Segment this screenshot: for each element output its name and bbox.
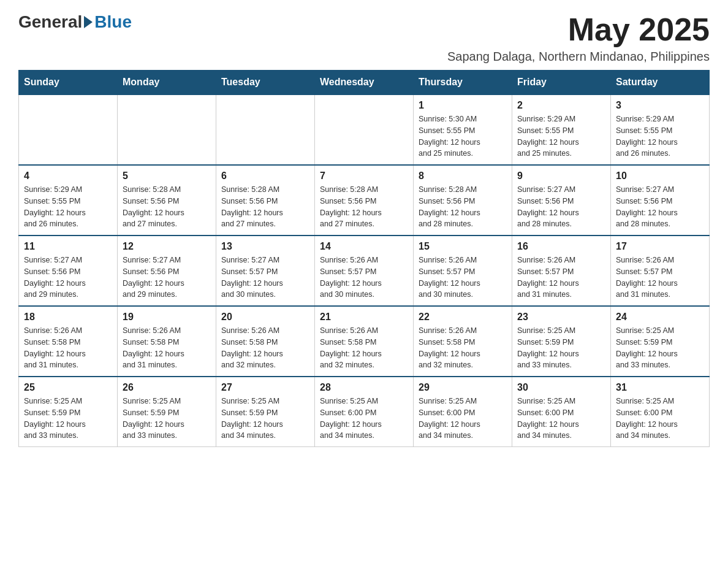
day-number: 15 [419, 241, 507, 252]
day-number: 17 [616, 241, 704, 252]
day-number: 7 [320, 170, 408, 182]
day-info: Sunrise: 5:28 AM Sunset: 5:56 PM Dayligh… [419, 184, 507, 230]
logo: General Blue [18, 12, 132, 32]
day-info: Sunrise: 5:25 AM Sunset: 6:00 PM Dayligh… [517, 396, 605, 442]
day-cell: 15Sunrise: 5:26 AM Sunset: 5:57 PM Dayli… [414, 236, 512, 306]
day-info: Sunrise: 5:25 AM Sunset: 6:00 PM Dayligh… [616, 396, 704, 442]
calendar-header: SundayMondayTuesdayWednesdayThursdayFrid… [19, 71, 710, 95]
day-info: Sunrise: 5:28 AM Sunset: 5:56 PM Dayligh… [320, 184, 408, 230]
day-cell: 1Sunrise: 5:30 AM Sunset: 5:55 PM Daylig… [414, 94, 512, 165]
day-info: Sunrise: 5:25 AM Sunset: 5:59 PM Dayligh… [123, 396, 211, 442]
weekday-header-wednesday: Wednesday [315, 71, 414, 95]
day-cell: 14Sunrise: 5:26 AM Sunset: 5:57 PM Dayli… [315, 236, 414, 306]
day-info: Sunrise: 5:29 AM Sunset: 5:55 PM Dayligh… [517, 113, 605, 159]
day-info: Sunrise: 5:26 AM Sunset: 5:58 PM Dayligh… [320, 325, 408, 371]
day-number: 16 [517, 241, 605, 252]
day-info: Sunrise: 5:25 AM Sunset: 5:59 PM Dayligh… [616, 325, 704, 371]
day-cell: 3Sunrise: 5:29 AM Sunset: 5:55 PM Daylig… [611, 94, 710, 165]
logo-general: General [18, 12, 82, 32]
day-cell: 17Sunrise: 5:26 AM Sunset: 5:57 PM Dayli… [611, 236, 710, 306]
day-number: 23 [517, 312, 605, 323]
month-title: May 2025 [447, 12, 710, 47]
day-cell: 7Sunrise: 5:28 AM Sunset: 5:56 PM Daylig… [315, 165, 414, 236]
day-info: Sunrise: 5:26 AM Sunset: 5:57 PM Dayligh… [517, 255, 605, 301]
day-info: Sunrise: 5:27 AM Sunset: 5:56 PM Dayligh… [616, 184, 704, 230]
day-cell: 30Sunrise: 5:25 AM Sunset: 6:00 PM Dayli… [512, 377, 611, 447]
weekday-header-friday: Friday [512, 71, 611, 95]
day-number: 8 [419, 170, 507, 182]
day-number: 5 [123, 170, 211, 182]
day-cell: 22Sunrise: 5:26 AM Sunset: 5:58 PM Dayli… [414, 306, 512, 377]
day-cell: 2Sunrise: 5:29 AM Sunset: 5:55 PM Daylig… [512, 94, 611, 165]
day-info: Sunrise: 5:26 AM Sunset: 5:58 PM Dayligh… [221, 325, 309, 371]
weekday-header-monday: Monday [118, 71, 216, 95]
day-info: Sunrise: 5:27 AM Sunset: 5:57 PM Dayligh… [221, 255, 309, 301]
day-number: 26 [123, 382, 211, 393]
day-cell: 12Sunrise: 5:27 AM Sunset: 5:56 PM Dayli… [118, 236, 216, 306]
day-info: Sunrise: 5:25 AM Sunset: 5:59 PM Dayligh… [24, 396, 112, 442]
day-number: 3 [616, 100, 704, 111]
day-number: 13 [221, 241, 309, 252]
day-number: 12 [123, 241, 211, 252]
day-cell: 20Sunrise: 5:26 AM Sunset: 5:58 PM Dayli… [216, 306, 315, 377]
day-cell: 24Sunrise: 5:25 AM Sunset: 5:59 PM Dayli… [611, 306, 710, 377]
day-cell: 18Sunrise: 5:26 AM Sunset: 5:58 PM Dayli… [19, 306, 118, 377]
day-number: 24 [616, 312, 704, 323]
day-number: 4 [24, 170, 112, 182]
day-info: Sunrise: 5:26 AM Sunset: 5:58 PM Dayligh… [24, 325, 112, 371]
day-number: 1 [419, 100, 507, 111]
week-row-4: 18Sunrise: 5:26 AM Sunset: 5:58 PM Dayli… [19, 306, 710, 377]
day-cell: 8Sunrise: 5:28 AM Sunset: 5:56 PM Daylig… [414, 165, 512, 236]
logo-arrow-icon [84, 16, 93, 28]
day-info: Sunrise: 5:25 AM Sunset: 6:00 PM Dayligh… [419, 396, 507, 442]
day-info: Sunrise: 5:30 AM Sunset: 5:55 PM Dayligh… [419, 113, 507, 159]
day-cell: 23Sunrise: 5:25 AM Sunset: 5:59 PM Dayli… [512, 306, 611, 377]
week-row-1: 1Sunrise: 5:30 AM Sunset: 5:55 PM Daylig… [19, 94, 710, 165]
day-info: Sunrise: 5:28 AM Sunset: 5:56 PM Dayligh… [123, 184, 211, 230]
day-cell: 27Sunrise: 5:25 AM Sunset: 5:59 PM Dayli… [216, 377, 315, 447]
day-cell [19, 94, 118, 165]
day-cell [315, 94, 414, 165]
day-cell: 6Sunrise: 5:28 AM Sunset: 5:56 PM Daylig… [216, 165, 315, 236]
day-cell: 21Sunrise: 5:26 AM Sunset: 5:58 PM Dayli… [315, 306, 414, 377]
day-number: 10 [616, 170, 704, 182]
day-info: Sunrise: 5:26 AM Sunset: 5:57 PM Dayligh… [616, 255, 704, 301]
day-number: 25 [24, 382, 112, 393]
day-number: 20 [221, 312, 309, 323]
day-info: Sunrise: 5:26 AM Sunset: 5:57 PM Dayligh… [320, 255, 408, 301]
week-row-3: 11Sunrise: 5:27 AM Sunset: 5:56 PM Dayli… [19, 236, 710, 306]
weekday-header-sunday: Sunday [19, 71, 118, 95]
day-cell: 28Sunrise: 5:25 AM Sunset: 6:00 PM Dayli… [315, 377, 414, 447]
day-number: 19 [123, 312, 211, 323]
weekday-header-thursday: Thursday [414, 71, 512, 95]
day-number: 11 [24, 241, 112, 252]
day-number: 29 [419, 382, 507, 393]
week-row-5: 25Sunrise: 5:25 AM Sunset: 5:59 PM Dayli… [19, 377, 710, 447]
day-cell: 31Sunrise: 5:25 AM Sunset: 6:00 PM Dayli… [611, 377, 710, 447]
day-number: 28 [320, 382, 408, 393]
day-info: Sunrise: 5:29 AM Sunset: 5:55 PM Dayligh… [616, 113, 704, 159]
day-info: Sunrise: 5:26 AM Sunset: 5:57 PM Dayligh… [419, 255, 507, 301]
calendar-table: SundayMondayTuesdayWednesdayThursdayFrid… [18, 70, 710, 447]
day-cell: 13Sunrise: 5:27 AM Sunset: 5:57 PM Dayli… [216, 236, 315, 306]
weekday-header-saturday: Saturday [611, 71, 710, 95]
location-title: Sapang Dalaga, Northern Mindanao, Philip… [447, 50, 710, 64]
day-cell: 10Sunrise: 5:27 AM Sunset: 5:56 PM Dayli… [611, 165, 710, 236]
day-info: Sunrise: 5:27 AM Sunset: 5:56 PM Dayligh… [24, 255, 112, 301]
day-cell: 5Sunrise: 5:28 AM Sunset: 5:56 PM Daylig… [118, 165, 216, 236]
day-info: Sunrise: 5:29 AM Sunset: 5:55 PM Dayligh… [24, 184, 112, 230]
day-cell: 29Sunrise: 5:25 AM Sunset: 6:00 PM Dayli… [414, 377, 512, 447]
day-number: 27 [221, 382, 309, 393]
day-number: 2 [517, 100, 605, 111]
day-cell: 4Sunrise: 5:29 AM Sunset: 5:55 PM Daylig… [19, 165, 118, 236]
logo-blue: Blue [94, 12, 132, 32]
day-number: 6 [221, 170, 309, 182]
day-number: 14 [320, 241, 408, 252]
day-cell [216, 94, 315, 165]
day-info: Sunrise: 5:25 AM Sunset: 5:59 PM Dayligh… [221, 396, 309, 442]
day-number: 21 [320, 312, 408, 323]
week-row-2: 4Sunrise: 5:29 AM Sunset: 5:55 PM Daylig… [19, 165, 710, 236]
day-cell: 19Sunrise: 5:26 AM Sunset: 5:58 PM Dayli… [118, 306, 216, 377]
calendar-body: 1Sunrise: 5:30 AM Sunset: 5:55 PM Daylig… [19, 94, 710, 447]
day-number: 18 [24, 312, 112, 323]
